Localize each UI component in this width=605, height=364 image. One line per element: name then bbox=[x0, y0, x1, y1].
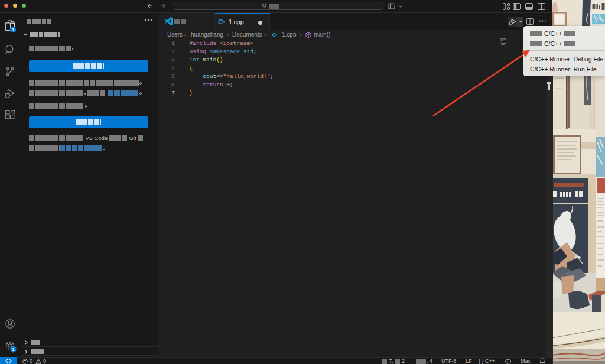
svg-text:C: C bbox=[218, 18, 223, 25]
svg-text:C: C bbox=[272, 32, 276, 38]
svg-text:1: 1 bbox=[12, 347, 14, 352]
svg-text:1: 1 bbox=[12, 27, 14, 32]
